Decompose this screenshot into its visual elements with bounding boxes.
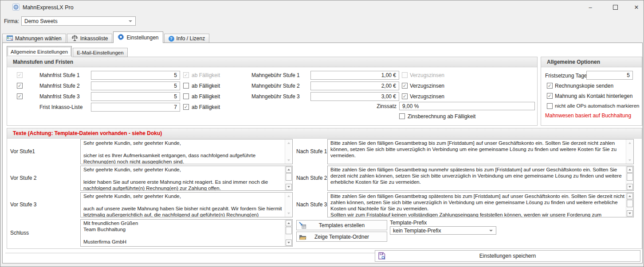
templates-erstellen-button[interactable]: Templates erstellen [296, 220, 387, 230]
scroll-up-icon[interactable] [286, 220, 292, 226]
scroll-up-icon[interactable] [627, 140, 633, 146]
firma-select[interactable]: Demo Sweets [21, 16, 136, 26]
mahngebuehr-stufe1-input[interactable]: 1,00 € [310, 71, 399, 80]
ops-markieren-label: nicht alle OPs automatisch markieren [555, 103, 639, 108]
vor-stufe1-textarea[interactable]: Sehr geehrte Kundin, sehr geehrter Kunde… [80, 139, 293, 164]
zinsberechnung-checkbox[interactable]: ✓ [399, 113, 405, 119]
scroll-down-icon[interactable] [627, 157, 633, 163]
scrollbar[interactable] [626, 139, 633, 164]
mahnfrist-stufe3-label: Mahnfrist Stufe 3 [39, 93, 80, 100]
minimize-icon: – [589, 4, 592, 11]
stufe2-verzugszinsen-checkbox[interactable]: ✓ [402, 83, 408, 89]
scrollbar[interactable] [626, 166, 633, 190]
minimize-button[interactable]: – [584, 3, 597, 12]
maximize-button[interactable] [609, 3, 622, 12]
scrollbar-thumb[interactable] [286, 227, 292, 234]
scrollbar[interactable] [285, 139, 292, 164]
app-icon [12, 4, 20, 12]
nach-stufe3-textarea[interactable]: Bitte zahlen Sie den fälligen Gesamtbetr… [327, 192, 634, 217]
scroll-down-icon[interactable] [286, 184, 292, 190]
scroll-up-icon[interactable] [627, 193, 633, 199]
tab-inkassoliste[interactable]: Inkassoliste [67, 34, 113, 43]
mahnfrist-stufe2-input[interactable]: 5 [91, 81, 180, 90]
mahnung-kontakt-label: Mahnung als Kontakt hinterlegen [555, 93, 632, 99]
frist-inkasso-liste-label: Frist Inkasso-Liste [39, 104, 82, 110]
scroll-down-icon[interactable] [286, 157, 292, 163]
tab-mahnungen-waehlen[interactable]: Mahnungen wählen [2, 34, 66, 43]
scrollbar[interactable] [285, 166, 292, 190]
schluss-textarea[interactable]: Mit freundlichen Grüßen Team Buchhaltung… [80, 219, 293, 247]
vor-stufe2-textarea[interactable]: Sehr geehrte Kundin, sehr geehrter Kunde… [80, 166, 293, 191]
tab-info-lizenz[interactable]: ? Info / Lizenz [164, 34, 210, 43]
stufe2-verzugszinsen-label: Verzugszinsen [410, 83, 444, 89]
subtab-allgemeine-einstellungen[interactable]: Allgemeine Einstellungen [7, 46, 72, 57]
mahnfrist-stufe3-input[interactable]: 5 [91, 92, 180, 101]
stufe1-ab-faelligkeit-checkbox[interactable]: ✓ [183, 72, 189, 78]
scrollbar-thumb[interactable] [627, 200, 633, 207]
scroll-down-icon[interactable] [286, 240, 292, 246]
tab-einstellungen[interactable]: Einstellungen [113, 31, 163, 43]
stufe3-ab-faelligkeit-label: ab Fälligkeit [192, 93, 220, 100]
zinssatz-input[interactable]: 9,00 % [399, 102, 535, 110]
firma-value: Demo Sweets [24, 18, 58, 24]
fristsetzung-tage-input[interactable]: 5 [586, 71, 633, 80]
nach-stufe1-textarea[interactable]: Bitte zahlen Sie den fälligen Gesamtbetr… [327, 139, 634, 164]
scroll-down-icon[interactable] [286, 210, 292, 217]
stufe2-ab-faelligkeit-checkbox[interactable]: ✓ [183, 83, 189, 89]
ops-markieren-checkbox[interactable]: ✓ [547, 103, 553, 109]
save-icon [377, 252, 386, 260]
settings-panel: Allgemeine Einstellungen E-Mail-Einstell… [2, 43, 643, 263]
mahnfrist-stufe1-input[interactable]: 5 [91, 71, 180, 80]
inkasso-ab-faelligkeit-checkbox[interactable]: ✓ [183, 104, 189, 110]
mahngebuehr-stufe2-input[interactable]: 2,00 € [310, 81, 399, 90]
check-icon: ✓ [184, 73, 188, 77]
stufe2-enabled-checkbox[interactable]: ✓ [17, 83, 23, 89]
subtab-email-einstellungen[interactable]: E-Mail-Einstellungen [73, 48, 127, 57]
fristsetzung-tage-label: Fristsetzung Tage [545, 73, 587, 79]
table-icon [7, 35, 13, 43]
mahngebuehr-stufe1-label: Mahngebühr Stufe 1 [251, 72, 300, 78]
frist-inkasso-liste-input[interactable]: 7 [91, 103, 180, 112]
maximize-icon [613, 5, 618, 10]
template-prefix-value: kein Template-Prefix [393, 228, 441, 234]
scroll-up-icon[interactable] [286, 140, 292, 146]
check-icon: ✓ [403, 94, 407, 99]
einstellungen-speichern-button[interactable]: Einstellungen speichern [375, 250, 640, 262]
rechnungskopie-label: Rechnungskopie senden [555, 83, 613, 89]
group-header: Mahnstufen und Fristen [7, 57, 537, 67]
group-title: Mahnstufen und Fristen [13, 59, 73, 65]
mahnung-kontakt-checkbox[interactable]: ✓ [547, 93, 553, 99]
scrollbar-thumb[interactable] [286, 173, 292, 181]
nach-stufe2-textarea[interactable]: Bitte zahlen Sie den fälligen Gesamtbetr… [327, 166, 634, 191]
stufe3-verzugszinsen-checkbox[interactable]: ✓ [402, 93, 408, 99]
scroll-down-icon[interactable] [627, 184, 633, 190]
nach-stufe1-label: Nach Stufe 1 [296, 148, 327, 155]
stufe1-enabled-checkbox[interactable]: ✓ [17, 72, 23, 78]
zeige-template-ordner-button[interactable]: Zeige Template-Ordner [296, 232, 387, 242]
close-button[interactable]: ✕ [630, 3, 643, 12]
group-mahnstufen-und-fristen: Mahnstufen und Fristen ✓ Mahnfrist Stufe… [7, 57, 538, 126]
stufe3-ab-faelligkeit-checkbox[interactable]: ✓ [183, 93, 189, 99]
scrollbar-thumb[interactable] [627, 173, 633, 181]
scroll-up-icon[interactable] [286, 166, 292, 173]
scrollbar[interactable] [285, 220, 292, 246]
mahngebuehr-stufe3-input[interactable]: 3,00 € [310, 92, 399, 101]
scroll-up-icon[interactable] [627, 166, 633, 173]
button-label: Einstellungen speichern [479, 253, 536, 259]
scroll-down-icon[interactable] [627, 210, 633, 217]
scrollbar[interactable] [285, 193, 292, 217]
vor-stufe3-textarea[interactable]: Sehr geehrte Kundin, sehr geehrter Kunde… [80, 192, 293, 217]
rechnungskopie-checkbox[interactable]: ✓ [547, 83, 553, 89]
mahnfrist-stufe2-label: Mahnfrist Stufe 2 [39, 83, 80, 89]
template-prefix-select[interactable]: kein Template-Prefix [390, 226, 496, 235]
stufe3-enabled-checkbox[interactable]: ✓ [17, 93, 23, 99]
stufe1-ab-faelligkeit-label: ab Fälligkeit [192, 72, 220, 78]
folder-icon [299, 234, 306, 240]
stufe1-verzugszinsen-checkbox[interactable]: ✓ [402, 72, 408, 78]
scroll-up-icon[interactable] [286, 193, 292, 199]
mahnfrist-stufe1-label: Mahnfrist Stufe 1 [39, 72, 80, 78]
stufe3-verzugszinsen-label: Verzugszinsen [410, 93, 444, 100]
create-template-icon [299, 222, 306, 229]
stufe1-verzugszinsen-label: Verzugszinsen [410, 72, 444, 78]
scrollbar[interactable] [626, 193, 633, 217]
